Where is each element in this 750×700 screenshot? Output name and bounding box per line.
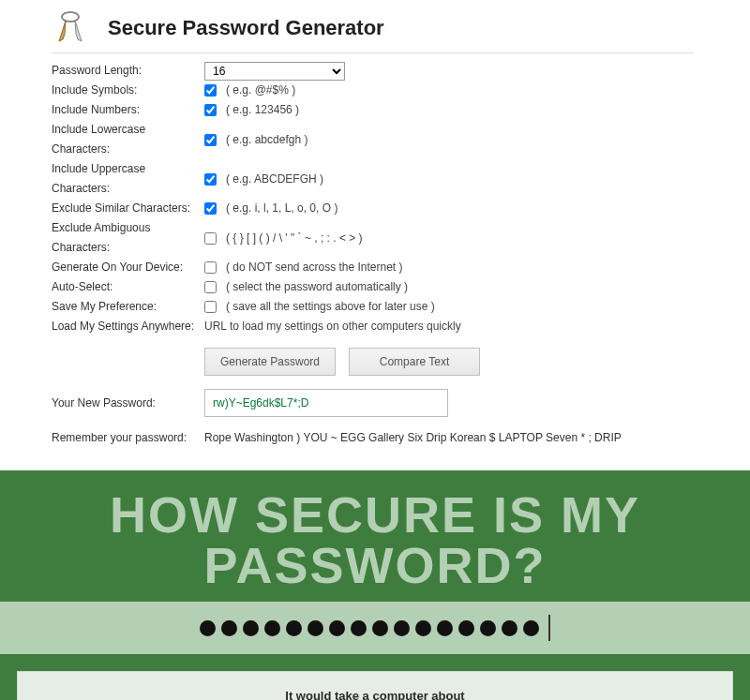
password-dot (523, 620, 539, 636)
password-dot (243, 620, 259, 636)
similar-label: Exclude Similar Characters: (52, 199, 204, 218)
password-dot (372, 620, 388, 636)
length-select[interactable]: 16 (204, 62, 345, 81)
password-dot (221, 620, 237, 636)
crack-time-box: It would take a computer about 41 TRILLI… (17, 671, 733, 700)
new-password-label: Your New Password: (52, 394, 204, 413)
banner-headline: HOW SECURE IS MY PASSWORD? (0, 489, 750, 602)
ambiguous-label: Exclude Ambiguous Characters: (52, 218, 204, 258)
password-dots (0, 602, 750, 654)
page-title: Secure Password Generator (108, 16, 384, 40)
numbers-example: ( e.g. 123456 ) (226, 100, 299, 120)
ambiguous-checkbox[interactable] (204, 232, 217, 245)
password-dot (480, 620, 496, 636)
symbols-label: Include Symbols: (52, 81, 204, 100)
loadany-label: Load My Settings Anywhere: (52, 317, 204, 336)
symbols-checkbox[interactable] (204, 84, 217, 97)
security-banner: HOW SECURE IS MY PASSWORD? It would take… (0, 470, 750, 700)
password-dot (415, 620, 431, 636)
autoselect-label: Auto-Select: (52, 277, 204, 297)
header: Secure Password Generator (52, 9, 694, 52)
generate-button[interactable]: Generate Password (204, 348, 336, 376)
lower-checkbox[interactable] (204, 134, 217, 146)
password-dot (200, 620, 216, 636)
device-example: ( do NOT send across the Internet ) (226, 258, 403, 277)
lower-example: ( e.g. abcdefgh ) (226, 130, 308, 150)
password-dot (458, 620, 474, 636)
similar-checkbox[interactable] (204, 202, 217, 215)
device-label: Generate On Your Device: (52, 258, 204, 277)
loadany-text: URL to load my settings on other compute… (204, 317, 461, 336)
password-dot (286, 620, 302, 636)
upper-checkbox[interactable] (204, 173, 217, 186)
lower-label: Include Lowercase Characters: (52, 120, 204, 159)
autoselect-example: ( select the password automatically ) (226, 277, 408, 297)
password-dot (502, 620, 518, 636)
numbers-label: Include Numbers: (52, 100, 204, 120)
length-label: Password Length: (52, 61, 204, 81)
savepref-example: ( save all the settings above for later … (226, 297, 435, 317)
device-checkbox[interactable] (204, 261, 217, 274)
new-password-field[interactable] (204, 389, 448, 417)
password-dot (329, 620, 345, 636)
savepref-label: Save My Preference: (52, 297, 204, 317)
password-dot (264, 620, 280, 636)
symbols-example: ( e.g. @#$% ) (226, 81, 295, 100)
numbers-checkbox[interactable] (204, 104, 217, 116)
crack-line-1: It would take a computer about (27, 689, 723, 700)
autoselect-checkbox[interactable] (204, 281, 217, 293)
savepref-checkbox[interactable] (204, 301, 217, 313)
compare-button[interactable]: Compare Text (349, 348, 480, 376)
similar-example: ( e.g. i, l, 1, L, o, 0, O ) (226, 199, 338, 218)
svg-point-0 (62, 12, 79, 22)
password-dot (351, 620, 367, 636)
password-dot (437, 620, 453, 636)
ambiguous-example: ( { } [ ] ( ) / \ ' " ` ~ , ; : . < > ) (226, 229, 363, 248)
text-cursor-icon (548, 615, 550, 641)
divider (52, 52, 694, 53)
remember-text: Rope Washington ) YOU ~ EGG Gallery Six … (204, 428, 622, 448)
remember-label: Remember your password: (52, 428, 204, 448)
upper-label: Include Uppercase Characters: (52, 159, 204, 199)
password-dot (394, 620, 410, 636)
upper-example: ( e.g. ABCDEFGH ) (226, 170, 323, 189)
keys-icon (52, 9, 89, 47)
password-dot (308, 620, 323, 636)
